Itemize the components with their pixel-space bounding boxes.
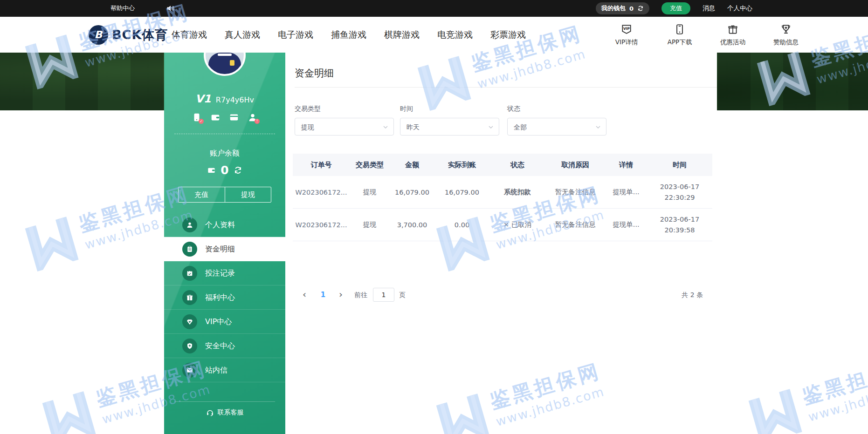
headset-icon <box>206 409 214 417</box>
sidebar-item-funds[interactable]: 资金明细 <box>164 237 285 261</box>
nav-item-fishing[interactable]: 捕鱼游戏 <box>331 29 366 41</box>
vip-center-icon <box>186 318 193 326</box>
nav-item-slots[interactable]: 电子游戏 <box>278 29 313 41</box>
total-count-label: 共 2 条 <box>682 285 703 304</box>
sidebar-item-vip-center[interactable]: VIP中心 <box>164 310 285 334</box>
profile-icon <box>186 221 193 229</box>
deposit-button[interactable]: 充值 <box>179 187 225 202</box>
status-badge: × 已取消 <box>489 220 545 229</box>
detail-link[interactable]: 提现单... <box>605 188 647 197</box>
logo-icon: B <box>89 25 108 45</box>
nav-item-lottery[interactable]: 彩票游戏 <box>490 29 526 41</box>
col-detail: 详情 <box>605 161 647 170</box>
wallet-amount: 0 <box>629 5 634 12</box>
chevron-down-icon <box>487 123 495 131</box>
table-row: W202306172... 提现 16,079.00 16,079.00 系统扣… <box>293 176 712 209</box>
sidebar-dashed-divider <box>174 134 275 134</box>
goto-page-input[interactable] <box>373 288 394 302</box>
chevron-down-icon <box>382 123 389 131</box>
next-page-button[interactable]: › <box>335 285 347 304</box>
cancel-x-icon: × <box>503 221 509 228</box>
identity-icon[interactable]: ! <box>248 112 258 122</box>
watermark: 鉴黑担保网www.jhdb8.com <box>742 347 868 434</box>
identity-alert-badge: ! <box>255 119 260 124</box>
balance-amount: 0 <box>220 163 228 177</box>
my-wallet-button[interactable]: 我的钱包 0 <box>596 2 649 14</box>
vip-details-link[interactable]: VIP VIP详情 <box>605 17 648 53</box>
vip-icon: VIP <box>620 23 633 35</box>
time-range-select[interactable]: 昨天 <box>400 118 499 136</box>
support-divider <box>174 401 275 402</box>
recharge-button[interactable]: 充值 <box>661 2 690 14</box>
prev-page-button[interactable]: ‹ <box>298 285 310 304</box>
app-download-link[interactable]: APP下载 <box>658 17 701 53</box>
transaction-type-select[interactable]: 提现 <box>295 118 394 136</box>
col-reason: 取消原因 <box>545 161 605 170</box>
pagination: ‹ 1 › 前往 页 共 2 条 <box>293 285 717 304</box>
goto-label: 前往 <box>354 285 367 304</box>
table-header-row: 订单号 交易类型 金额 实际到账 状态 取消原因 详情 时间 <box>293 154 712 176</box>
topbar: 帮助中心 我的钱包 0 充值 消息 个人中心 <box>0 0 868 17</box>
user-level-row: V1R7y4y6Hv <box>164 93 285 105</box>
col-amount: 金额 <box>390 161 434 170</box>
filter-label-status: 状态 <box>507 105 520 113</box>
verification-icons-row: ✓ ! <box>164 112 285 122</box>
detail-link[interactable]: 提现单... <box>605 220 647 229</box>
sponsor-info-link[interactable]: 赞助信息 <box>765 17 807 53</box>
time-cell: 2023-06-1720:39:58 <box>647 214 712 235</box>
phone-verify-icon[interactable]: ✓ <box>192 112 202 122</box>
promo-gift-icon <box>727 23 739 35</box>
nav-item-sports[interactable]: 体育游戏 <box>172 29 207 41</box>
sidebar-item-welfare[interactable]: 福利中心 <box>164 285 285 310</box>
balance-refresh-icon[interactable] <box>234 166 242 175</box>
quick-links: VIP VIP详情 APP下载 优惠活动 赞助信息 <box>605 17 807 53</box>
speaker-icon[interactable] <box>166 4 175 13</box>
contact-support-button[interactable]: 联系客服 <box>164 408 285 417</box>
wallet-label: 我的钱包 <box>601 4 626 13</box>
sidebar-item-profile[interactable]: 个人资料 <box>164 213 285 237</box>
sidebar-item-inbox[interactable]: 站内信 <box>164 358 285 382</box>
sidebar-item-security[interactable]: 安全中心 <box>164 334 285 358</box>
account-sidebar: V1R7y4y6Hv ✓ ! 账户余额 0 充值 <box>164 53 285 434</box>
page-number-1[interactable]: 1 <box>317 285 329 304</box>
topbar-right-group: 我的钱包 0 充值 消息 个人中心 <box>596 0 752 17</box>
promotions-link[interactable]: 优惠活动 <box>711 17 754 53</box>
nav-item-live[interactable]: 真人游戏 <box>225 29 260 41</box>
username: R7y4y6Hv <box>216 95 254 104</box>
sidebar-menu: 个人资料 资金明细 投注记录 福利中心 VIP中心 安全中心 <box>164 213 285 382</box>
messages-link[interactable]: 消息 <box>703 4 715 13</box>
funds-detail-panel: 资金明细 交易类型 时间 状态 提现 昨天 全部 订单号 交易类型 金额 实际到… <box>285 53 717 434</box>
col-time: 时间 <box>647 161 712 170</box>
col-actual: 实际到账 <box>434 161 489 170</box>
help-center-link[interactable]: 帮助中心 <box>110 0 135 17</box>
balance-wallet-icon <box>207 166 216 175</box>
wallet-icon[interactable] <box>210 112 220 122</box>
funds-icon <box>186 245 193 253</box>
balance-row: 0 <box>164 163 285 177</box>
filter-label-time: 时间 <box>400 105 413 113</box>
navbar: B BCK体育 体育游戏 真人游戏 电子游戏 捕鱼游戏 棋牌游戏 电竞游戏 彩票… <box>0 17 868 53</box>
refresh-icon[interactable] <box>637 5 644 12</box>
nav-item-esports[interactable]: 电竞游戏 <box>437 29 473 41</box>
col-status: 状态 <box>489 161 545 170</box>
vip-level-badge: V1 <box>195 93 211 105</box>
withdraw-button[interactable]: 提现 <box>225 187 271 202</box>
inbox-icon <box>186 366 193 374</box>
site-logo[interactable]: B BCK体育 <box>89 17 168 53</box>
table-row: W202306172... 提现 3,700.00 0.00 × 已取消 暂无备… <box>293 209 712 241</box>
logo-text: BCK体育 <box>112 27 168 43</box>
sidebar-item-bet-records[interactable]: 投注记录 <box>164 261 285 285</box>
status-select[interactable]: 全部 <box>507 118 606 136</box>
nav-item-cards[interactable]: 棋牌游戏 <box>384 29 420 41</box>
status-badge: 系统扣款 <box>489 188 545 197</box>
main-nav-menu: 体育游戏 真人游戏 电子游戏 捕鱼游戏 棋牌游戏 电竞游戏 彩票游戏 <box>172 17 526 53</box>
deposit-withdraw-buttons: 充值 提现 <box>178 187 271 203</box>
app-download-icon <box>674 23 686 35</box>
personal-center-link[interactable]: 个人中心 <box>727 4 752 13</box>
time-cell: 2023-06-1722:30:29 <box>647 182 712 203</box>
filter-label-type: 交易类型 <box>295 105 321 113</box>
col-order-no: 订单号 <box>293 161 350 170</box>
bank-card-icon[interactable] <box>229 112 239 122</box>
phone-verified-badge: ✓ <box>199 119 204 124</box>
app-root: 帮助中心 我的钱包 0 充值 消息 个人中心 B BCK体育 体育游戏 真人游戏… <box>0 0 868 434</box>
